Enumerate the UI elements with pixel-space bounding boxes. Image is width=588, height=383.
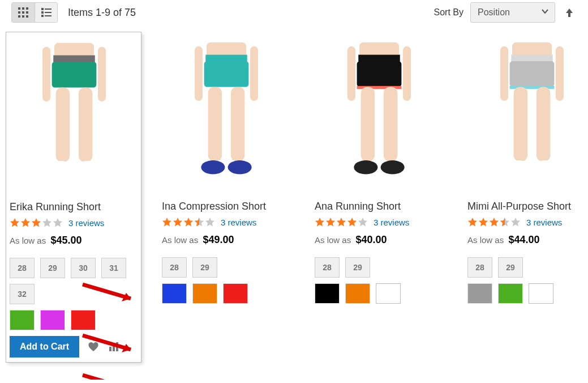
size-swatches: 2829 <box>464 257 588 283</box>
product-actions: Add to Cart <box>6 336 141 358</box>
color-swatch[interactable] <box>71 310 96 330</box>
svg-rect-56 <box>556 46 564 101</box>
product-card: Erika Running Short 3 reviews As low as … <box>6 32 141 363</box>
svg-rect-31 <box>231 87 245 161</box>
reviews-link[interactable]: 3 reviews <box>526 218 562 227</box>
color-swatch[interactable] <box>376 283 401 304</box>
product-card: Mimi All-Purpose Short 3 reviews As low … <box>464 32 588 309</box>
price: As low as $45.00 <box>10 235 138 246</box>
svg-rect-7 <box>22 15 24 18</box>
svg-rect-0 <box>18 7 20 10</box>
color-swatch[interactable] <box>529 283 553 304</box>
svg-rect-12 <box>45 12 51 13</box>
size-swatch[interactable]: 28 <box>315 257 340 278</box>
color-swatch[interactable] <box>40 310 65 330</box>
rating-stars <box>162 217 215 227</box>
toolbar-left: Items 1-9 of 75 <box>11 2 136 23</box>
product-name[interactable]: Ana Running Short <box>315 201 444 212</box>
svg-rect-14 <box>45 15 51 16</box>
svg-rect-25 <box>113 344 115 351</box>
svg-rect-49 <box>510 61 555 87</box>
product-name[interactable]: Erika Running Short <box>10 201 138 213</box>
rating-stars <box>10 218 63 228</box>
size-swatch[interactable]: 30 <box>71 258 96 278</box>
arrow-up-icon <box>565 7 574 18</box>
svg-rect-22 <box>42 47 50 101</box>
color-swatch[interactable] <box>10 310 35 330</box>
color-swatch[interactable] <box>315 283 340 304</box>
svg-rect-11 <box>41 11 44 14</box>
size-swatch[interactable]: 28 <box>162 257 187 278</box>
svg-rect-41 <box>361 87 375 161</box>
size-swatch[interactable]: 29 <box>498 257 523 278</box>
product-name[interactable]: Mimi All-Purpose Short <box>467 201 588 212</box>
sort-direction-button[interactable] <box>562 5 577 20</box>
sort-select[interactable]: Position <box>470 2 555 23</box>
reviews-link[interactable]: 3 reviews <box>221 218 256 227</box>
svg-rect-2 <box>26 7 28 10</box>
color-swatch[interactable] <box>162 283 187 304</box>
wishlist-button[interactable] <box>87 341 100 353</box>
product-card: Ina Compression Short 3 reviews As low a… <box>158 32 294 309</box>
svg-rect-1 <box>22 7 24 10</box>
color-swatch[interactable] <box>192 283 217 304</box>
product-image[interactable] <box>464 32 588 196</box>
size-swatch[interactable]: 28 <box>10 258 35 278</box>
sort-label: Sort By <box>434 7 463 18</box>
color-swatch[interactable] <box>223 283 248 304</box>
svg-point-20 <box>49 161 72 175</box>
size-swatch[interactable]: 32 <box>10 284 35 304</box>
compare-button[interactable] <box>108 341 120 353</box>
view-grid-button[interactable] <box>12 3 35 22</box>
size-swatch[interactable]: 29 <box>40 258 65 278</box>
rating-stars <box>315 217 368 227</box>
chevron-down-icon <box>541 7 549 18</box>
size-swatch[interactable]: 29 <box>345 257 370 278</box>
svg-rect-42 <box>384 87 398 161</box>
svg-rect-38 <box>358 55 400 62</box>
size-swatch[interactable]: 29 <box>192 257 217 278</box>
product-image[interactable] <box>311 32 447 196</box>
size-swatch[interactable]: 28 <box>467 257 492 278</box>
color-swatches <box>464 283 588 309</box>
svg-rect-46 <box>403 46 411 101</box>
color-swatch[interactable] <box>498 283 523 304</box>
size-swatches: 2829 <box>311 257 447 283</box>
svg-rect-55 <box>500 46 508 101</box>
svg-rect-26 <box>116 342 118 351</box>
toolbar-right: Sort By Position <box>434 2 577 23</box>
size-swatch[interactable]: 31 <box>101 258 126 278</box>
product-image[interactable] <box>6 32 142 197</box>
price: As low as $40.00 <box>315 234 444 246</box>
product-name[interactable]: Ina Compression Short <box>162 201 291 212</box>
size-swatches: 2829303132 <box>6 258 141 310</box>
product-image[interactable] <box>158 32 294 196</box>
svg-rect-18 <box>56 88 70 162</box>
svg-rect-5 <box>26 11 28 14</box>
toolbar: Items 1-9 of 75 Sort By Position <box>0 0 588 28</box>
svg-rect-45 <box>347 46 355 101</box>
svg-rect-48 <box>511 55 553 62</box>
svg-rect-17 <box>52 62 97 88</box>
view-list-button[interactable] <box>35 3 57 22</box>
reviews-link[interactable]: 3 reviews <box>68 218 104 228</box>
product-card: Ana Running Short 3 reviews As low as $4… <box>311 32 447 309</box>
svg-rect-39 <box>357 61 402 87</box>
color-swatch[interactable] <box>467 283 492 304</box>
reviews-link[interactable]: 3 reviews <box>374 218 409 227</box>
svg-rect-52 <box>537 87 551 161</box>
item-count: Items 1-9 of 75 <box>68 7 136 19</box>
rating-stars <box>467 217 521 227</box>
add-to-cart-button[interactable]: Add to Cart <box>10 336 79 358</box>
svg-point-44 <box>381 160 405 175</box>
svg-rect-30 <box>208 87 222 161</box>
view-mode-group <box>11 2 58 23</box>
svg-rect-24 <box>109 347 111 351</box>
svg-rect-23 <box>98 47 106 101</box>
svg-point-43 <box>354 160 377 175</box>
list-icon <box>41 7 51 18</box>
svg-rect-8 <box>26 15 28 18</box>
color-swatches <box>311 283 447 309</box>
price: As low as $44.00 <box>467 234 588 246</box>
color-swatch[interactable] <box>345 283 370 304</box>
